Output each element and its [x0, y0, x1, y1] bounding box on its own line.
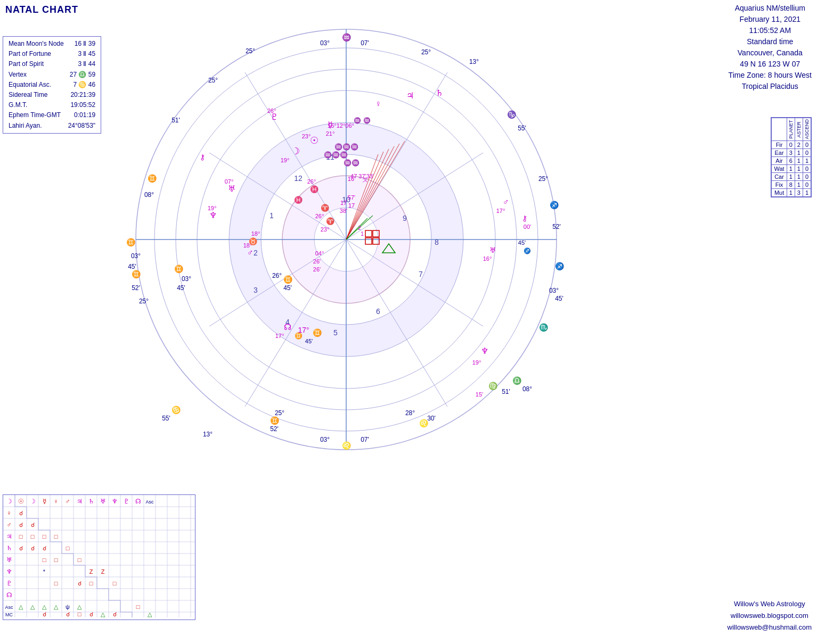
svg-text:☌: ☌ [43, 611, 46, 617]
svg-text:16°: 16° [483, 255, 492, 262]
credit-line3: willowsweb@hushmail.com [728, 622, 812, 633]
svg-text:17°: 17° [298, 326, 309, 334]
svg-text:⚷: ⚷ [200, 153, 205, 161]
svg-text:♊: ♊ [174, 265, 184, 274]
svg-text:52': 52' [552, 223, 561, 230]
svg-text:♅: ♅ [228, 184, 235, 193]
svg-text:□: □ [78, 611, 81, 617]
svg-text:♆: ♆ [112, 498, 118, 505]
svg-text:17: 17 [348, 202, 355, 209]
svg-text:25°: 25° [208, 77, 218, 84]
svg-text:♊: ♊ [270, 416, 280, 425]
info-value: 7 ♋ 46 [66, 80, 97, 90]
svg-text:8: 8 [435, 238, 439, 246]
svg-text:03°: 03° [320, 436, 330, 443]
info-label: Ephem Time-GMT [6, 110, 66, 120]
svg-text:25°: 25° [275, 409, 284, 417]
svg-text:17°: 17° [496, 208, 505, 214]
svg-text:♀: ♀ [7, 509, 12, 517]
svg-text:☌: ☌ [19, 510, 23, 516]
svg-text:♆: ♆ [209, 211, 217, 220]
svg-text:□: □ [31, 533, 35, 540]
svg-text:♓: ♓ [310, 185, 319, 194]
svg-text:23°: 23° [302, 133, 311, 139]
svg-text:△: △ [30, 604, 35, 610]
svg-text:*: * [43, 568, 46, 575]
svg-text:♑: ♑ [507, 110, 517, 119]
svg-text:55': 55' [162, 415, 170, 422]
svg-text:19°: 19° [208, 205, 217, 211]
svg-text:♉: ♉ [249, 237, 258, 246]
svg-text:07': 07' [361, 436, 369, 443]
svg-text:25°: 25° [246, 47, 255, 55]
svg-text:45': 45' [177, 284, 185, 292]
svg-text:30': 30' [427, 415, 436, 422]
svg-text:☿: ☿ [43, 498, 46, 505]
svg-text:☌: ☌ [113, 611, 117, 617]
svg-text:☊: ☊ [284, 323, 291, 332]
svg-text:2: 2 [358, 225, 361, 231]
svg-text:21°: 21° [326, 130, 335, 137]
svg-text:♂: ♂ [66, 498, 70, 505]
svg-text:♒♒♒: ♒♒♒ [334, 143, 358, 151]
svg-text:1: 1 [361, 231, 364, 237]
svg-text:♐: ♐ [550, 201, 559, 210]
info-value: 3 Ⅱ 44 [66, 59, 97, 69]
svg-text:00': 00' [524, 224, 531, 230]
svg-text:□: □ [78, 557, 81, 563]
svg-text:△: △ [42, 604, 47, 610]
svg-text:52': 52' [132, 284, 140, 292]
svg-text:△: △ [148, 611, 152, 617]
svg-text:26°: 26° [307, 178, 316, 185]
svg-text:☊: ☊ [6, 591, 12, 599]
chart-info: Aquarius NM/stellium February 11, 2021 1… [729, 3, 812, 92]
svg-text:45': 45' [128, 263, 136, 270]
svg-text:☽: ☽ [6, 498, 12, 505]
svg-text:△: △ [54, 604, 59, 610]
svg-text:♂: ♂ [7, 521, 12, 529]
svg-text:♍: ♍ [488, 382, 498, 391]
svg-text:7: 7 [419, 270, 423, 278]
svg-text:□: □ [136, 604, 140, 610]
info-label: G.M.T. [6, 100, 66, 110]
svg-text:19°: 19° [472, 359, 481, 366]
chart-date: February 11, 2021 [729, 14, 812, 25]
svg-text:15': 15' [476, 391, 483, 398]
svg-text:□: □ [113, 580, 117, 587]
svg-text:□: □ [54, 557, 58, 563]
svg-text:03°: 03° [182, 275, 191, 283]
svg-text:25°: 25° [139, 298, 149, 305]
info-value: 24°08'53" [66, 121, 97, 131]
svg-text:19°: 19° [281, 157, 290, 163]
info-table: Mean Moon's Node 16 Ⅱ 39 Part of Fortune… [6, 39, 97, 131]
svg-text:51': 51' [502, 388, 510, 395]
svg-text:☽: ☽ [30, 498, 36, 505]
svg-text:26°: 26° [272, 272, 282, 279]
svg-text:△: △ [101, 611, 105, 617]
svg-text:52': 52' [270, 425, 279, 433]
info-box: Mean Moon's Node 16 Ⅱ 39 Part of Fortune… [3, 36, 101, 134]
svg-text:☽: ☽ [291, 146, 300, 156]
svg-text:♆: ♆ [481, 346, 488, 356]
svg-text:17°: 17° [275, 333, 284, 339]
info-value: 19:05:52 [66, 100, 97, 110]
svg-text:57': 57' [348, 194, 355, 201]
chart-system: Tropical Placidus [729, 81, 812, 92]
svg-text:♈: ♈ [326, 217, 335, 226]
svg-text:☊: ☊ [135, 498, 141, 505]
svg-text:♆: ♆ [6, 568, 12, 575]
info-value: 27 ♎ 59 [66, 70, 97, 80]
svg-text:08°: 08° [144, 191, 154, 199]
chart-coordinates: 49 N 16 123 W 07 [729, 59, 812, 70]
info-label: Vertex [6, 70, 66, 80]
svg-text:08°: 08° [522, 385, 532, 393]
svg-text:9: 9 [403, 214, 407, 222]
svg-text:♎: ♎ [512, 376, 522, 385]
svg-text:♇: ♇ [6, 580, 12, 587]
info-row: G.M.T. 19:05:52 [6, 100, 97, 110]
svg-text:□: □ [43, 533, 46, 540]
svg-text:04°: 04° [315, 250, 324, 257]
svg-text:28°: 28° [405, 409, 415, 417]
svg-text:16°12°06°: 16°12°06° [328, 122, 354, 129]
svg-text:♊: ♊ [148, 174, 157, 183]
